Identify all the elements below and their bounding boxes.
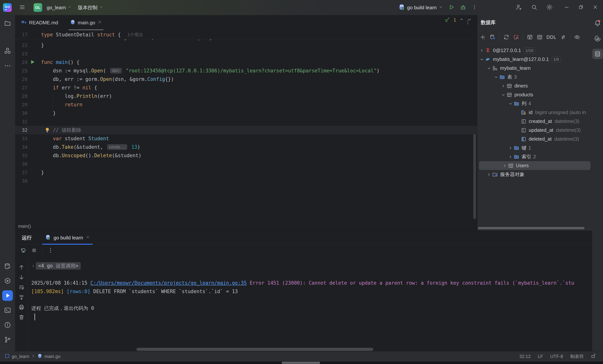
- status-line-separator[interactable]: LF: [538, 354, 543, 359]
- status-file-writable[interactable]: [591, 353, 596, 360]
- chev-right-icon[interactable]: [501, 83, 506, 88]
- clear-all-button[interactable]: [18, 314, 24, 321]
- tool-strip-terminal[interactable]: [2, 305, 13, 316]
- chev-right-icon[interactable]: [508, 154, 513, 159]
- tool-strip-structure[interactable]: [2, 46, 13, 56]
- prev-occurrence-button[interactable]: [18, 264, 24, 271]
- db-tree-row-表[interactable]: 表3: [477, 72, 592, 82]
- db-tree-row-updated_at[interactable]: updated_atdatetime(3): [477, 126, 592, 135]
- chev-right-icon[interactable]: [479, 48, 484, 53]
- chevron-down-icon[interactable]: [467, 17, 472, 23]
- chev-down-icon[interactable]: [487, 66, 491, 71]
- chev-right-icon[interactable]: [508, 145, 513, 151]
- scroll-to-end-button[interactable]: [18, 294, 24, 301]
- run-tab-go-build-learn[interactable]: go build learn: [42, 231, 93, 245]
- tool-strip-project[interactable]: [2, 18, 13, 29]
- tool-strip-services[interactable]: [2, 276, 13, 286]
- more-options-button[interactable]: [47, 247, 54, 254]
- breadcrumb-file[interactable]: main.go: [44, 354, 60, 359]
- inspection-widget[interactable]: 1: [444, 16, 472, 23]
- run-button[interactable]: [448, 4, 455, 11]
- next-occurrence-button[interactable]: [18, 274, 24, 281]
- tool-strip-database-changes[interactable]: [2, 261, 13, 271]
- window-close-button[interactable]: [592, 4, 598, 11]
- chev-right-icon[interactable]: [487, 172, 491, 177]
- file-link[interactable]: C:/Users/meowr/Documents/projects/go_lea…: [90, 280, 247, 286]
- view-options-button[interactable]: [574, 34, 580, 40]
- chev-down-icon[interactable]: [508, 101, 513, 106]
- db-tree-row-列[interactable]: 列4: [477, 99, 592, 108]
- rerun-button[interactable]: [20, 247, 26, 254]
- open-table-editor-button[interactable]: [537, 34, 543, 40]
- tool-strip-run[interactable]: [2, 290, 13, 301]
- db-tree-row-products[interactable]: products: [477, 90, 592, 99]
- db-tree-row-Users[interactable]: Users: [479, 161, 591, 170]
- tool-strip-database[interactable]: [592, 49, 603, 59]
- database-horizontal-scrollbar[interactable]: [478, 227, 585, 229]
- db-tree-row-0@127.0.0.1[interactable]: 0@127.0.0.11/16: [477, 46, 592, 55]
- console-output[interactable]: <4 go 设置调用>2025/01/08 16:41:15 C:/Users/…: [28, 257, 592, 351]
- project-selector[interactable]: go_learn: [45, 4, 73, 12]
- refresh-button[interactable]: [503, 34, 509, 40]
- db-tree-row-索引[interactable]: 索引2: [477, 152, 592, 161]
- db-tree-row-键[interactable]: 键1: [477, 143, 592, 152]
- tab-readme[interactable]: M README.md: [18, 15, 62, 30]
- console-horizontal-scrollbar[interactable]: [137, 348, 373, 351]
- chev-down-icon[interactable]: [494, 75, 499, 80]
- soft-wrap-button[interactable]: [18, 284, 24, 291]
- chev-right-icon[interactable]: [31, 264, 35, 268]
- usage-hint[interactable]: 1个用法: [128, 32, 143, 38]
- data-source-properties-button[interactable]: [489, 34, 496, 40]
- status-breadcrumb[interactable]: go_learn main.go: [0, 353, 60, 360]
- navigate-button[interactable]: [560, 34, 566, 40]
- tool-strip-version-control[interactable]: [2, 334, 13, 345]
- db-tree-row-服务器对象[interactable]: 服务器对象: [477, 170, 592, 179]
- db-tree-row-deleted_at[interactable]: deleted_atdatetime(3): [477, 135, 592, 143]
- db-tree-row-created_at[interactable]: created_atdatetime(3): [477, 117, 592, 126]
- window-minimize-button[interactable]: [564, 4, 569, 11]
- tool-strip-notifications[interactable]: [592, 18, 603, 28]
- tab-close-icon[interactable]: [97, 20, 102, 26]
- chev-down-icon[interactable]: [501, 92, 506, 97]
- db-tree-row-id[interactable]: idbigint unsigned (auto in: [477, 108, 592, 117]
- more-actions-icon[interactable]: [472, 4, 477, 11]
- run-config-selector[interactable]: go build learn: [398, 3, 443, 12]
- database-tree[interactable]: 0@127.0.0.11/16mybatis_learn@127.0.0.11/…: [477, 45, 592, 231]
- add-button[interactable]: [480, 34, 486, 40]
- jump-to-query-console-button[interactable]: [527, 34, 533, 40]
- open-ddl-button[interactable]: DDL: [546, 35, 557, 40]
- bulb-icon[interactable]: [44, 127, 50, 133]
- breadcrumb-project[interactable]: go_learn: [12, 354, 29, 359]
- code-with-me-icon[interactable]: [516, 4, 522, 11]
- db-tree-row-mybatis_learn@127.0.0.1[interactable]: mybatis_learn@127.0.0.11/6: [477, 55, 592, 64]
- tool-strip-problems[interactable]: [2, 320, 13, 330]
- db-tree-row-diners[interactable]: diners: [477, 82, 592, 90]
- status-caret-position[interactable]: 32:12: [519, 354, 531, 359]
- markdown-icon: M: [21, 19, 27, 26]
- settings-gear-icon[interactable]: [546, 4, 553, 11]
- disconnect-button[interactable]: [513, 34, 519, 40]
- chev-down-icon[interactable]: [479, 57, 484, 62]
- db-tree-row-mybatis_learn[interactable]: mybatis_learn: [477, 64, 592, 72]
- chevron-up-icon[interactable]: [459, 17, 464, 23]
- tool-strip-more-tool-windows[interactable]: [2, 60, 13, 71]
- chev-right-icon[interactable]: [502, 163, 507, 168]
- print-button[interactable]: [18, 304, 24, 311]
- project-avatar[interactable]: GL: [34, 3, 42, 12]
- tab-close-icon[interactable]: [86, 235, 90, 241]
- search-everywhere-icon[interactable]: [531, 4, 537, 11]
- window-restore-button[interactable]: [578, 4, 584, 11]
- editor-breadcrumb[interactable]: main(): [15, 222, 477, 231]
- status-indent-style[interactable]: 制表符: [570, 353, 584, 360]
- run-tri-icon[interactable]: [29, 59, 35, 65]
- tab-main-go[interactable]: main.go: [67, 15, 105, 30]
- tool-strip-ai-assistant[interactable]: [592, 33, 603, 44]
- editor[interactable]: M README.md main.go 17 type StudentDetai…: [15, 15, 477, 231]
- status-file-encoding[interactable]: UTF-8: [550, 354, 563, 359]
- main-menu-icon[interactable]: [19, 4, 26, 11]
- menu-vcs[interactable]: 版本控制: [76, 3, 105, 12]
- code-area[interactable]: StudentID uint64 `gorm:"uniqueIndex:stud…: [15, 39, 477, 222]
- stop-button[interactable]: [31, 247, 37, 254]
- debug-button[interactable]: [460, 4, 466, 11]
- folded-region[interactable]: <4 go 设置调用>: [36, 262, 81, 270]
